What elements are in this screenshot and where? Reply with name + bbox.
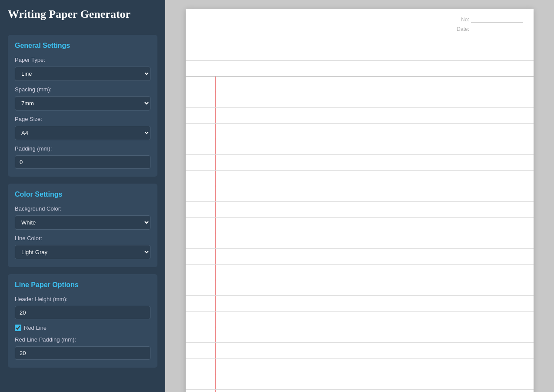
- writing-col: [216, 280, 534, 295]
- table-row: [186, 233, 534, 249]
- general-settings-section: General Settings Paper Type: Line Grid D…: [8, 35, 157, 177]
- writing-col: [216, 124, 534, 139]
- padding-field: Padding (mm):: [15, 145, 150, 169]
- table-row: [186, 171, 534, 186]
- margin-col: [186, 171, 216, 186]
- writing-col: [216, 171, 534, 186]
- header-height-input[interactable]: [15, 306, 150, 319]
- margin-col: [186, 343, 216, 358]
- table-row: [186, 343, 534, 358]
- header-height-label: Header Height (mm):: [15, 296, 150, 302]
- date-line: Date:: [457, 26, 523, 32]
- red-line-label-text: Red Line: [24, 325, 47, 331]
- writing-col: [216, 249, 534, 264]
- paper-type-field: Paper Type: Line Grid Dot Blank: [15, 57, 150, 81]
- margin-col: [186, 327, 216, 342]
- spacing-select[interactable]: 5mm 6mm 7mm 8mm 10mm: [15, 96, 150, 111]
- table-row: [186, 155, 534, 171]
- margin-col: [186, 202, 216, 217]
- red-line-padding-input[interactable]: [15, 346, 150, 360]
- padding-label: Padding (mm):: [15, 145, 150, 152]
- no-underline: [471, 17, 523, 23]
- table-row: [186, 139, 534, 155]
- table-row: [186, 77, 534, 92]
- paper-type-label: Paper Type:: [15, 57, 150, 63]
- line-color-select[interactable]: Light Gray Gray Blue Red Black: [15, 245, 150, 259]
- margin-col: [186, 312, 216, 327]
- writing-col: [216, 327, 534, 342]
- red-line-checkbox-label[interactable]: Red Line: [15, 325, 150, 331]
- table-row: [186, 390, 534, 392]
- bg-color-field: Background Color: White Cream Yellow Blu…: [15, 205, 150, 230]
- margin-col: [186, 124, 216, 139]
- table-row: [186, 186, 534, 202]
- header-separator-row: [186, 61, 534, 77]
- margin-col: [186, 249, 216, 264]
- writing-col: [216, 265, 534, 280]
- margin-col: [186, 358, 216, 374]
- margin-col: [186, 108, 216, 123]
- page-size-label: Page Size:: [15, 116, 150, 122]
- date-underline: [471, 26, 523, 32]
- writing-col: [216, 312, 534, 327]
- line-color-field: Line Color: Light Gray Gray Blue Red Bla…: [15, 235, 150, 259]
- line-color-label: Line Color:: [15, 235, 150, 241]
- spacing-label: Spacing (mm):: [15, 86, 150, 93]
- writing-col: [216, 77, 534, 92]
- writing-col: [216, 390, 534, 392]
- table-row: [186, 265, 534, 280]
- margin-col: [186, 296, 216, 311]
- red-line-field: Red Line: [15, 325, 150, 331]
- writing-col: [216, 233, 534, 248]
- red-line-padding-field: Red Line Padding (mm):: [15, 336, 150, 360]
- margin-col: [186, 390, 216, 392]
- header-height-field: Header Height (mm):: [15, 296, 150, 319]
- table-row: [186, 124, 534, 139]
- table-row: [186, 280, 534, 296]
- margin-col: [186, 139, 216, 154]
- writing-col: [216, 139, 534, 154]
- margin-col: [186, 233, 216, 248]
- page-size-field: Page Size: A4 A3 A5 Letter Legal: [15, 116, 150, 140]
- sidebar: Writing Paper Generator General Settings…: [0, 0, 165, 392]
- table-row: [186, 312, 534, 327]
- bg-color-select[interactable]: White Cream Yellow Blue Pink: [15, 215, 150, 230]
- table-row: [186, 358, 534, 374]
- spacing-field: Spacing (mm): 5mm 6mm 7mm 8mm 10mm: [15, 86, 150, 111]
- margin-col: [186, 92, 216, 107]
- writing-col: [216, 186, 534, 201]
- page-size-select[interactable]: A4 A3 A5 Letter Legal: [15, 126, 150, 140]
- table-row: [186, 296, 534, 312]
- writing-col: [216, 202, 534, 217]
- app-title: Writing Paper Generator: [8, 8, 157, 25]
- no-label: No:: [461, 17, 469, 23]
- table-row: [186, 218, 534, 233]
- paper-writing-area: [186, 61, 534, 392]
- main-area: No: Date:: [165, 0, 554, 392]
- table-row: [186, 249, 534, 265]
- table-row: [186, 202, 534, 218]
- margin-col: [186, 218, 216, 233]
- bg-color-label: Background Color:: [15, 205, 150, 212]
- red-line-checkbox[interactable]: [15, 325, 21, 331]
- general-settings-title: General Settings: [15, 42, 150, 50]
- paper-type-select[interactable]: Line Grid Dot Blank: [15, 67, 150, 81]
- writing-col: [216, 108, 534, 123]
- writing-col: [216, 155, 534, 170]
- margin-col: [186, 265, 216, 280]
- table-row: [186, 108, 534, 124]
- writing-col: [216, 92, 534, 107]
- line-paper-options-title: Line Paper Options: [15, 281, 150, 289]
- margin-col: [186, 374, 216, 389]
- margin-col: [186, 155, 216, 170]
- writing-col: [216, 374, 534, 389]
- paper-preview: No: Date:: [186, 9, 534, 392]
- padding-input[interactable]: [15, 155, 150, 169]
- color-settings-title: Color Settings: [15, 191, 150, 198]
- margin-col: [186, 77, 216, 92]
- no-line: No:: [461, 17, 523, 23]
- table-row: [186, 374, 534, 390]
- paper-header: No: Date:: [186, 9, 534, 61]
- margin-col: [186, 186, 216, 201]
- date-label: Date:: [457, 26, 469, 32]
